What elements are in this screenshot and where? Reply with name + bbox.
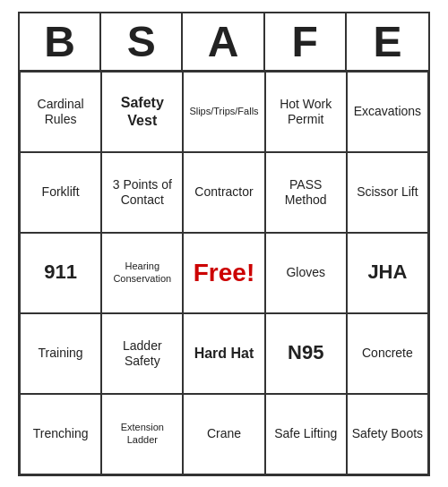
- header-letter: A: [183, 13, 264, 70]
- bingo-cell: Slips/Trips/Falls: [183, 72, 264, 152]
- bingo-cell: Cardinal Rules: [20, 72, 101, 152]
- header-letter: E: [347, 13, 428, 70]
- bingo-cell: Scissor Lift: [347, 152, 428, 233]
- header-letter: F: [265, 13, 347, 70]
- bingo-cell: Hard Hat: [183, 313, 264, 394]
- bingo-cell: Extension Ladder: [101, 394, 183, 474]
- header-letter: S: [101, 13, 183, 70]
- bingo-grid: Cardinal RulesSafety VestSlips/Trips/Fal…: [20, 72, 428, 474]
- bingo-cell: N95: [265, 313, 347, 394]
- bingo-cell: Hot Work Permit: [265, 72, 347, 152]
- bingo-cell: Safety Boots: [347, 394, 428, 474]
- bingo-cell: Trenching: [20, 394, 101, 474]
- bingo-cell: 911: [20, 233, 101, 313]
- bingo-cell: Gloves: [265, 233, 347, 313]
- bingo-cell: Forklift: [20, 152, 101, 233]
- bingo-cell: Hearing Conservation: [101, 233, 183, 313]
- bingo-cell: JHA: [347, 233, 428, 313]
- bingo-cell: Training: [20, 313, 101, 394]
- bingo-cell: Safety Vest: [101, 72, 183, 152]
- bingo-cell: Free!: [183, 233, 264, 313]
- bingo-cell: PASS Method: [265, 152, 347, 233]
- bingo-cell: Excavations: [347, 72, 428, 152]
- bingo-cell: Crane: [183, 394, 264, 474]
- bingo-cell: Contractor: [183, 152, 264, 233]
- bingo-cell: Ladder Safety: [101, 313, 183, 394]
- bingo-cell: 3 Points of Contact: [101, 152, 183, 233]
- bingo-card: BSAFE Cardinal RulesSafety VestSlips/Tri…: [18, 12, 430, 476]
- header-letter: B: [20, 13, 101, 70]
- bingo-cell: Concrete: [347, 313, 428, 394]
- bingo-header: BSAFE: [20, 13, 428, 72]
- bingo-cell: Safe Lifting: [265, 394, 347, 474]
